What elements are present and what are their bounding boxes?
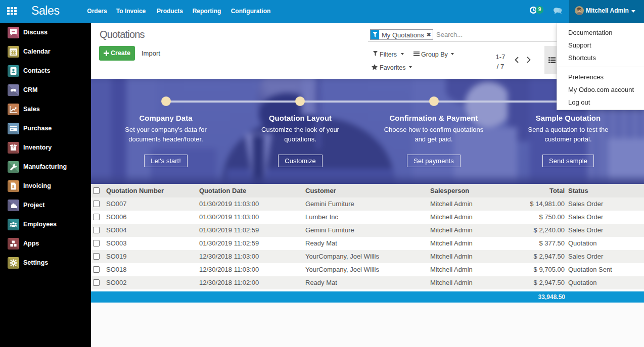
svg-text:$: $ [12, 184, 15, 189]
